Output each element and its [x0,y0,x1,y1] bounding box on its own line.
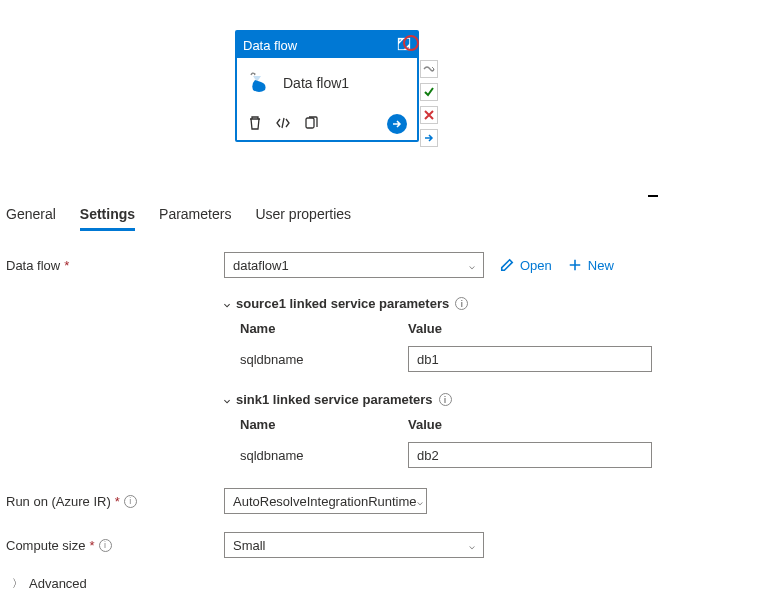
source1-value-input[interactable] [408,346,652,372]
sink1-param-row: sqldbname [240,442,772,468]
card-title: Data flow [243,38,297,53]
run-button[interactable] [387,114,407,134]
connector-icons [420,60,438,147]
dataflow-name: Data flow1 [283,75,349,91]
sink1-section-header[interactable]: ⌵ sink1 linked service parameters i [224,392,772,407]
chevron-down-icon: ⌵ [469,260,475,271]
col-name: Name [240,417,408,432]
sink1-value-input[interactable] [408,442,652,468]
chevron-down-icon: ⌵ [224,298,230,309]
tab-settings[interactable]: Settings [80,200,135,231]
advanced-toggle[interactable]: 〉 Advanced [12,576,772,591]
svg-rect-1 [306,118,314,128]
col-value: Value [408,417,442,432]
compute-select[interactable]: Small ⌵ [224,532,484,558]
card-header: Data flow [237,32,417,58]
dataflow-icon [247,70,273,96]
col-name: Name [240,321,408,336]
param-header: Name Value [240,417,772,432]
runon-select[interactable]: AutoResolveIntegrationRuntime ⌵ [224,488,427,514]
chevron-right-icon: 〉 [12,576,23,591]
param-name: sqldbname [240,352,408,367]
tab-general[interactable]: General [6,200,56,231]
runon-label: Run on (Azure IR) * i [6,494,224,509]
copy-icon[interactable] [303,115,319,134]
delete-icon[interactable] [247,115,263,134]
on-success-icon[interactable] [420,83,438,101]
chevron-down-icon: ⌵ [417,496,423,507]
info-icon[interactable]: i [439,393,452,406]
dataflow-activity-card[interactable]: Data flow Data flow1 [235,30,419,142]
settings-panel: Data flow * dataflow1 ⌵ Open New ⌵ sourc… [0,232,778,591]
on-completion-icon[interactable] [420,129,438,147]
canvas: Data flow Data flow1 [0,0,778,190]
required-icon: * [115,494,120,509]
required-icon: * [64,258,69,273]
tab-parameters[interactable]: Parameters [159,200,231,231]
open-button[interactable]: Open [500,258,552,273]
col-value: Value [408,321,442,336]
required-icon: * [89,538,94,553]
on-skip-icon[interactable] [420,60,438,78]
info-icon[interactable]: i [455,297,468,310]
tab-bar: General Settings Parameters User propert… [0,200,778,232]
new-button[interactable]: New [568,258,614,273]
code-icon[interactable] [275,115,291,134]
on-fail-icon[interactable] [420,106,438,124]
plus-icon [568,258,582,272]
chevron-down-icon: ⌵ [469,540,475,551]
info-icon[interactable]: i [124,495,137,508]
edit-icon [500,258,514,272]
card-body: Data flow1 [237,58,417,108]
source1-param-row: sqldbname [240,346,772,372]
dataflow-select[interactable]: dataflow1 ⌵ [224,252,484,278]
card-footer [237,108,417,140]
param-name: sqldbname [240,448,408,463]
compute-label: Compute size * i [6,538,224,553]
dataflow-row: Data flow * dataflow1 ⌵ Open New [6,252,772,278]
compute-row: Compute size * i Small ⌵ [6,532,772,558]
tab-user-properties[interactable]: User properties [255,200,351,231]
chevron-down-icon: ⌵ [224,394,230,405]
error-indicator-icon [403,35,419,51]
info-icon[interactable]: i [99,539,112,552]
dataflow-label: Data flow * [6,258,224,273]
param-header: Name Value [240,321,772,336]
source1-section-header[interactable]: ⌵ source1 linked service parameters i [224,296,772,311]
runon-row: Run on (Azure IR) * i AutoResolveIntegra… [6,488,772,514]
resize-handle-icon[interactable] [648,195,658,197]
